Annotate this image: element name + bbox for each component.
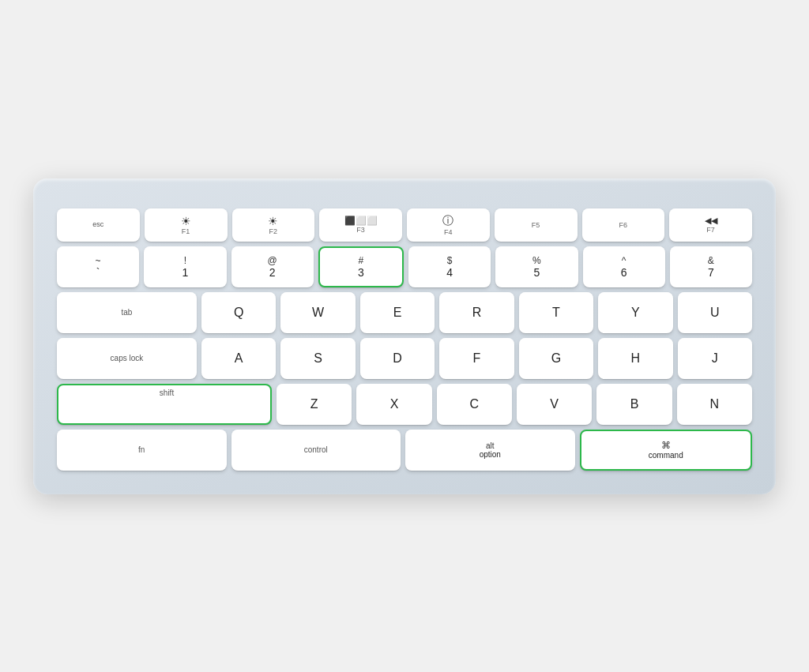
key-f7-label: F7 — [706, 226, 715, 234]
key-option[interactable]: alt option — [405, 430, 575, 471]
key-v-label: V — [550, 397, 559, 411]
key-f1-label: F1 — [182, 227, 190, 235]
key-n[interactable]: N — [677, 384, 752, 425]
tab-row: tab Q W E R T Y U — [57, 292, 752, 333]
key-7[interactable]: & 7 — [670, 246, 752, 287]
key-j[interactable]: J — [678, 338, 752, 379]
key-y[interactable]: Y — [598, 292, 672, 333]
spotlight-icon: ⓘ — [442, 214, 453, 228]
key-tab[interactable]: tab — [57, 292, 197, 333]
key-tilde-content: ~ ` — [96, 255, 101, 279]
key-c-label: C — [470, 397, 480, 411]
mission-control-icon: ⬛⬜⬜ — [344, 216, 378, 226]
shift-row: shift Z X C V B N — [57, 384, 752, 425]
key-4[interactable]: $ 4 — [408, 246, 491, 287]
key-s-label: S — [314, 351, 322, 366]
keyboard-rows: esc ☀ F1 ☀ F2 ⬛⬜⬜ F3 ⓘ F4 F5 F6 — [57, 208, 752, 471]
key-y-label: Y — [631, 306, 640, 320]
key-f3-label: F3 — [356, 226, 365, 234]
key-b-label: B — [630, 397, 639, 411]
key-option-content: alt option — [480, 441, 501, 459]
key-1[interactable]: ! 1 — [144, 246, 226, 287]
bottom-row: fn control alt option ⌘ command — [57, 430, 752, 471]
key-r[interactable]: R — [439, 292, 514, 333]
key-t-label: T — [552, 306, 560, 320]
key-command[interactable]: ⌘ command — [580, 430, 753, 471]
key-7-content: & 7 — [708, 255, 714, 279]
key-u-label: U — [710, 306, 720, 320]
key-f4-label: F4 — [444, 228, 453, 236]
key-1-content: ! 1 — [182, 255, 188, 279]
key-6[interactable]: ^ 6 — [583, 246, 665, 287]
key-tab-label: tab — [121, 308, 132, 317]
key-a[interactable]: A — [201, 338, 276, 379]
key-6-content: ^ 6 — [621, 255, 627, 279]
key-b[interactable]: B — [596, 384, 672, 425]
key-z-label: Z — [310, 397, 318, 411]
fn-row: esc ☀ F1 ☀ F2 ⬛⬜⬜ F3 ⓘ F4 F5 F6 — [57, 208, 752, 242]
key-x[interactable]: X — [356, 384, 431, 425]
key-esc-label: esc — [92, 220, 103, 229]
key-esc[interactable]: esc — [57, 208, 140, 242]
key-caps-lock-label: caps lock — [111, 354, 144, 363]
key-control[interactable]: control — [231, 430, 401, 471]
key-a-label: A — [235, 351, 243, 366]
key-w-label: W — [312, 306, 324, 320]
rewind-icon: ◀◀ — [705, 216, 717, 226]
key-5[interactable]: % 5 — [495, 246, 578, 287]
key-z[interactable]: Z — [277, 384, 352, 425]
key-w[interactable]: W — [280, 292, 355, 333]
number-row: ~ ` ! 1 @ 2 # 3 — [57, 246, 752, 287]
key-n-label: N — [710, 397, 720, 411]
key-command-content: ⌘ command — [649, 440, 683, 460]
key-caps-lock[interactable]: caps lock — [57, 338, 197, 379]
key-q-label: Q — [234, 306, 243, 320]
key-v[interactable]: V — [517, 384, 592, 425]
key-f6-label: F6 — [619, 221, 628, 229]
key-f1[interactable]: ☀ F1 — [145, 208, 228, 242]
key-r-label: R — [472, 306, 482, 320]
key-f7[interactable]: ◀◀ F7 — [669, 208, 752, 242]
key-c[interactable]: C — [437, 384, 512, 425]
key-f[interactable]: F — [439, 338, 514, 379]
brightness-down-icon: ☀ — [181, 215, 191, 227]
key-f2[interactable]: ☀ F2 — [232, 208, 315, 242]
key-u[interactable]: U — [678, 292, 752, 333]
keyboard: esc ☀ F1 ☀ F2 ⬛⬜⬜ F3 ⓘ F4 F5 F6 — [33, 178, 776, 494]
key-f5-label: F5 — [532, 221, 540, 229]
key-q[interactable]: Q — [201, 292, 276, 333]
key-3-content: # 3 — [358, 255, 364, 279]
key-shift-label: shift — [160, 389, 174, 398]
key-2[interactable]: @ 2 — [231, 246, 314, 287]
key-s[interactable]: S — [280, 338, 355, 379]
key-control-label: control — [304, 445, 328, 455]
key-3[interactable]: # 3 — [318, 246, 404, 287]
key-g[interactable]: G — [519, 338, 593, 379]
key-f4[interactable]: ⓘ F4 — [407, 208, 490, 242]
key-d-label: D — [393, 351, 402, 366]
key-h-label: H — [631, 351, 641, 366]
key-e[interactable]: E — [360, 292, 435, 333]
key-f2-label: F2 — [269, 227, 278, 235]
caps-row: caps lock A S D F G H J — [57, 338, 752, 379]
key-t[interactable]: T — [519, 292, 593, 333]
key-4-content: $ 4 — [446, 255, 453, 279]
key-fn[interactable]: fn — [57, 430, 227, 471]
key-f-label: F — [473, 351, 481, 366]
key-j-label: J — [712, 351, 718, 366]
key-e-label: E — [393, 306, 402, 320]
key-f6[interactable]: F6 — [582, 208, 665, 242]
key-f5[interactable]: F5 — [495, 208, 578, 242]
key-d[interactable]: D — [360, 338, 435, 379]
key-5-content: % 5 — [532, 255, 541, 279]
key-fn-label: fn — [138, 445, 145, 455]
key-x-label: X — [390, 397, 399, 411]
key-h[interactable]: H — [598, 338, 672, 379]
key-f3[interactable]: ⬛⬜⬜ F3 — [319, 208, 402, 242]
key-2-content: @ 2 — [268, 255, 277, 279]
key-g-label: G — [551, 351, 561, 366]
brightness-up-icon: ☀ — [268, 215, 278, 227]
key-shift[interactable]: shift — [57, 384, 272, 425]
key-tilde[interactable]: ~ ` — [57, 246, 139, 287]
